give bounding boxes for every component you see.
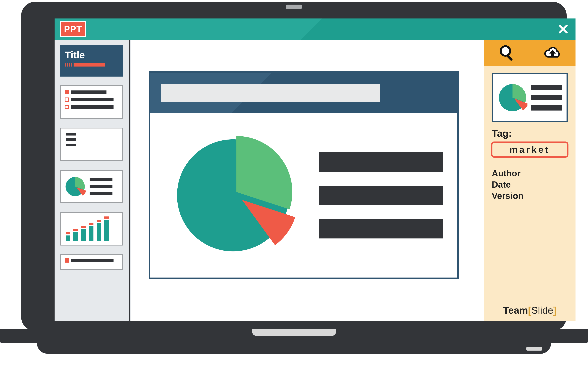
- pie-chart: [171, 134, 295, 257]
- legend-item: [319, 152, 443, 172]
- slide-thumb-text[interactable]: [60, 128, 123, 161]
- close-icon[interactable]: [558, 24, 568, 34]
- brand-logo: Team[Slide]: [484, 304, 575, 316]
- legend-item: [319, 219, 443, 239]
- metadata-sidebar: Tag: Author Date Version Team[Slide]: [484, 40, 575, 321]
- metadata-fields: Author Date Version: [492, 168, 575, 201]
- camera-notch: [286, 5, 302, 9]
- laptop-base: [0, 329, 588, 354]
- slide-thumb-bullets[interactable]: [60, 85, 123, 119]
- slide-title-field[interactable]: [161, 84, 380, 102]
- slide-canvas: [149, 71, 459, 279]
- slide-thumb-partial[interactable]: [60, 254, 123, 270]
- slide-thumb-barchart[interactable]: [60, 212, 123, 246]
- slide-thumb-title[interactable]: Title: [60, 45, 123, 77]
- legend-item: [319, 186, 443, 205]
- upload-cloud-icon[interactable]: [544, 44, 561, 62]
- trackpad-notch: [252, 329, 336, 336]
- meta-date[interactable]: Date: [492, 180, 575, 190]
- svg-point-2: [501, 46, 510, 56]
- laptop-frame: PPT Title: [21, 2, 567, 331]
- search-icon[interactable]: [498, 44, 516, 62]
- pie-icon: [65, 176, 86, 197]
- app-badge: PPT: [60, 21, 86, 37]
- slide-header: [150, 73, 457, 113]
- slide-canvas-area: [131, 40, 484, 321]
- title-slide-label: Title: [65, 49, 118, 61]
- indicator-light: [526, 347, 542, 351]
- search-result-slide[interactable]: [492, 73, 567, 122]
- pie-icon: [497, 83, 527, 113]
- chart-legend: [319, 152, 443, 239]
- title-bar: PPT: [55, 19, 575, 40]
- app-screen: PPT Title: [55, 19, 575, 321]
- tag-input-box[interactable]: [491, 141, 568, 158]
- tag-label: Tag:: [492, 128, 575, 139]
- slide-thumb-piechart[interactable]: [60, 170, 123, 203]
- svg-rect-3: [506, 55, 513, 61]
- sidebar-toolbar: [484, 40, 575, 66]
- meta-version[interactable]: Version: [492, 191, 575, 201]
- meta-author[interactable]: Author: [492, 168, 575, 178]
- slide-thumbnail-panel: Title: [55, 40, 130, 321]
- tag-input[interactable]: [496, 144, 563, 155]
